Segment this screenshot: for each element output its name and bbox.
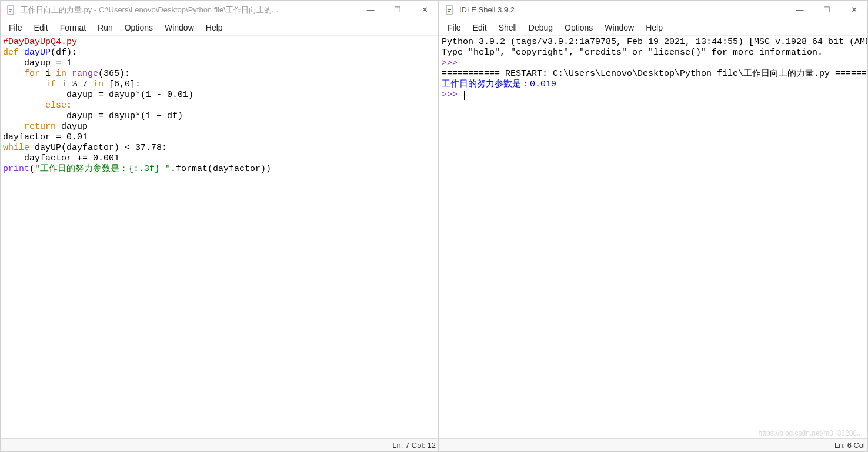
menu-debug[interactable]: Debug xyxy=(523,21,559,34)
code-editor[interactable]: #DayDayUpQ4.py def dayUP(df): dayup = 1 … xyxy=(1,36,438,438)
cursor-position: Ln: 6 Col xyxy=(834,441,865,450)
svg-rect-3 xyxy=(9,11,11,12)
code-kw-while: while xyxy=(3,143,29,153)
title-bar: IDLE Shell 3.9.2 — ☐ ✕ xyxy=(439,1,867,19)
code-func-name: dayUP xyxy=(24,48,51,58)
shell-prompt: >>> xyxy=(442,58,463,68)
cursor-position: Ln: 7 Col: 12 xyxy=(392,441,436,450)
code-string: "工作日的努力参数是：{:.3f} " xyxy=(35,164,171,174)
code-text: dayup xyxy=(56,122,88,132)
window-controls: — ☐ ✕ xyxy=(357,1,438,19)
close-button[interactable]: ✕ xyxy=(411,1,438,19)
title-bar: 工作日向上的力量.py - C:\Users\Lenovo\Desktop\Py… xyxy=(1,1,438,19)
maximize-button[interactable]: ☐ xyxy=(813,1,840,19)
shell-stdout: 工作日的努力参数是：0.019 xyxy=(442,79,556,89)
code-text: dayup = dayup*(1 + df) xyxy=(3,111,183,121)
menu-edit[interactable]: Edit xyxy=(28,21,54,34)
window-controls: — ☐ ✕ xyxy=(786,1,867,19)
menu-options[interactable]: Options xyxy=(559,21,599,34)
shell-prompt: >>> xyxy=(442,90,463,100)
menu-edit[interactable]: Edit xyxy=(467,21,493,34)
status-bar: Ln: 6 Col xyxy=(439,438,867,451)
code-kw-in: in xyxy=(88,79,109,89)
code-text: ( xyxy=(29,164,35,174)
menu-bar: File Edit Shell Debug Options Window Hel… xyxy=(439,19,867,36)
minimize-button[interactable]: — xyxy=(357,1,384,19)
menu-file[interactable]: File xyxy=(3,21,28,34)
code-text: dayfactor += 0.001 xyxy=(3,153,119,163)
svg-rect-2 xyxy=(9,9,12,10)
code-text: dayfactor = 0.01 xyxy=(3,132,88,142)
title-text: IDLE Shell 3.9.2 xyxy=(459,5,786,14)
menu-help[interactable]: Help xyxy=(640,21,669,34)
shell-banner: Type "help", "copyright", "credits" or "… xyxy=(442,48,823,58)
menu-file[interactable]: File xyxy=(442,21,467,34)
svg-rect-7 xyxy=(448,11,450,12)
menu-run[interactable]: Run xyxy=(92,21,119,34)
code-text: [6,0]: xyxy=(109,79,141,89)
shell-output[interactable]: Python 3.9.2 (tags/v3.9.2:1a79785, Feb 1… xyxy=(439,36,867,438)
shell-window: IDLE Shell 3.9.2 — ☐ ✕ File Edit Shell D… xyxy=(439,0,868,452)
code-comment: #DayDayUpQ4.py xyxy=(3,37,77,47)
code-kw-return: return xyxy=(3,122,56,132)
code-text: (df): xyxy=(51,48,77,58)
menu-help[interactable]: Help xyxy=(200,21,229,34)
code-text: dayUP(dayfactor) < 37.78: xyxy=(29,143,167,153)
code-kw-if: if xyxy=(3,79,56,89)
shell-restart: =========== RESTART: C:\Users\Lenovo\Des… xyxy=(442,69,867,79)
menu-window[interactable]: Window xyxy=(159,21,200,34)
minimize-button[interactable]: — xyxy=(786,1,813,19)
close-button[interactable]: ✕ xyxy=(840,1,867,19)
code-text: : xyxy=(66,101,72,111)
svg-rect-6 xyxy=(448,9,451,10)
shell-banner: Python 3.9.2 (tags/v3.9.2:1a79785, Feb 1… xyxy=(442,37,867,47)
code-kw-def: def xyxy=(3,48,24,58)
code-text: i % 7 xyxy=(56,79,88,89)
code-text: i xyxy=(40,69,51,79)
code-builtin-print: print xyxy=(3,164,29,174)
title-text: 工作日向上的力量.py - C:\Users\Lenovo\Desktop\Py… xyxy=(21,5,357,15)
svg-rect-5 xyxy=(448,8,451,8)
code-text: (365): xyxy=(98,69,130,79)
code-text: .format(dayfactor)) xyxy=(171,164,271,174)
text-cursor xyxy=(464,91,465,100)
menu-window[interactable]: Window xyxy=(599,21,640,34)
code-kw-else: else xyxy=(3,101,66,111)
svg-rect-1 xyxy=(9,8,12,8)
python-file-icon xyxy=(6,5,16,15)
code-text: dayup = 1 xyxy=(3,58,72,68)
idle-icon xyxy=(445,5,455,15)
code-builtin-range: range xyxy=(72,69,98,79)
menu-bar: File Edit Format Run Options Window Help xyxy=(1,19,438,36)
code-kw-for: for xyxy=(3,69,40,79)
maximize-button[interactable]: ☐ xyxy=(384,1,411,19)
editor-window: 工作日向上的力量.py - C:\Users\Lenovo\Desktop\Py… xyxy=(0,0,439,452)
menu-shell[interactable]: Shell xyxy=(493,21,523,34)
status-bar: Ln: 7 Col: 12 xyxy=(1,438,438,451)
code-kw-in: in xyxy=(51,69,72,79)
code-text: dayup = dayup*(1 - 0.01) xyxy=(3,90,193,100)
menu-format[interactable]: Format xyxy=(54,21,92,34)
menu-options[interactable]: Options xyxy=(119,21,159,34)
